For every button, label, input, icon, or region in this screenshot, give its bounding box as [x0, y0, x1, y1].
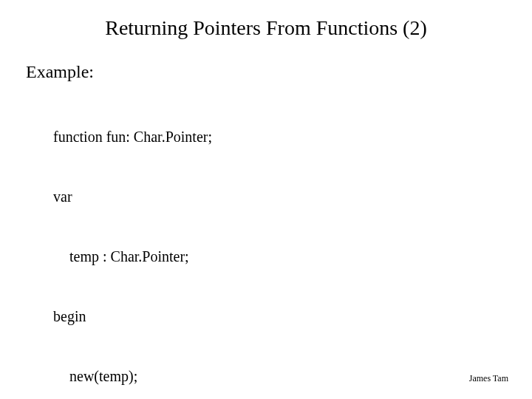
code-line: temp : Char.Pointer; [53, 247, 212, 267]
example-label: Example: [26, 62, 94, 82]
author-credit: James Tam [469, 373, 508, 384]
code-line: new(temp); [53, 366, 212, 386]
code-line: var [53, 187, 212, 207]
code-block: function fun: Char.Pointer; var temp : C… [53, 87, 212, 399]
slide-title: Returning Pointers From Functions (2) [0, 16, 532, 40]
code-line: function fun: Char.Pointer; [53, 127, 212, 147]
slide: Returning Pointers From Functions (2) Ex… [0, 0, 532, 399]
code-line: begin [53, 307, 212, 327]
